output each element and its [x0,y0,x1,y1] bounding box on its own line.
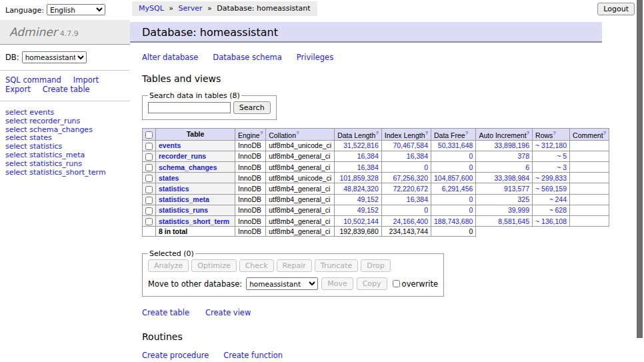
rows-link[interactable]: ~ 628 [549,206,567,214]
auto-increment-link[interactable]: 378 [518,152,530,160]
auto-increment-link[interactable]: 8,581,645 [498,217,529,225]
table-name-link[interactable]: recorder_runs [159,152,206,160]
data-free-link[interactable]: 6,291,456 [442,185,473,193]
row-checkbox[interactable] [145,207,153,215]
move-button[interactable]: Move [321,277,353,290]
create-function-link[interactable]: Create function [223,351,283,360]
index-length-link[interactable]: 70,467,584 [393,141,428,149]
overwrite-checkbox[interactable] [393,280,400,287]
index-length-link[interactable]: 0 [424,206,428,214]
column-help-link[interactable]: ? [425,130,428,136]
table-name-link[interactable]: schema_changes [159,163,217,171]
sidebar-select-states[interactable]: select states [5,133,52,142]
truncate-button[interactable]: Truncate [315,259,358,272]
auto-increment-link[interactable]: 39,999 [508,206,529,214]
data-free-link[interactable]: 0 [469,163,473,171]
data-length-link[interactable]: 101,859,328 [339,174,378,182]
nav-link-privileges[interactable]: Privileges [297,53,333,62]
rows-link[interactable]: ~ 136,108 [535,217,567,225]
data-free-link[interactable]: 104,857,600 [434,174,473,182]
rows-link[interactable]: ~ 5 [557,152,567,160]
create-view-link[interactable]: Create view [205,308,251,317]
index-length-link[interactable]: 16,384 [407,195,428,203]
data-free-link[interactable]: 0 [469,152,473,160]
sidebar-select-events[interactable]: select events [5,108,54,117]
data-free-link[interactable]: 0 [469,206,473,214]
data-length-link[interactable]: 16,384 [357,163,379,171]
column-help-link[interactable]: ? [260,130,263,136]
table-name-link[interactable]: statistics_short_term [159,217,229,225]
sidebar-select-statistics[interactable]: select statistics [5,142,62,151]
search-button[interactable]: Search [233,101,271,114]
table-name-link[interactable]: statistics [159,185,189,193]
sidebar-select-statistics_runs[interactable]: select statistics_runs [5,159,82,168]
auto-increment-link[interactable]: 913,577 [504,185,529,193]
breadcrumb-item[interactable]: Server [179,4,203,13]
create-procedure-link[interactable]: Create procedure [142,351,209,360]
row-checkbox[interactable] [145,164,153,171]
column-help-link[interactable]: ? [296,130,299,136]
copy-button[interactable]: Copy [357,277,387,290]
nav-link-alter-database[interactable]: Alter database [142,53,198,62]
sidebar-select-statistics_short_term[interactable]: select statistics_short_term [5,168,106,177]
language-select[interactable]: English [47,4,105,15]
row-checkbox[interactable] [145,153,153,161]
sidebar-select-recorder_runs[interactable]: select recorder_runs [5,117,80,125]
table-name-link[interactable]: events [159,141,181,149]
nav-link-database-schema[interactable]: Database schema [213,53,281,62]
vertical-scrollbar[interactable] [637,0,643,338]
row-checkbox[interactable] [145,218,153,225]
table-name-link[interactable]: statistics_meta [159,195,209,203]
analyze-button[interactable]: Analyze [148,259,189,272]
data-free-link[interactable]: 188,743,680 [434,217,473,225]
check-button[interactable]: Check [239,259,274,272]
db-select[interactable]: homeassistant [22,51,87,63]
sidebar-select-statistics_meta[interactable]: select statistics_meta [5,151,85,159]
column-help-link[interactable]: ? [603,130,606,136]
auto-increment-link[interactable]: 33,398,984 [494,174,529,182]
data-length-link[interactable]: 10,502,144 [343,217,379,225]
optimize-button[interactable]: Optimize [191,259,236,272]
data-length-link[interactable]: 16,384 [357,152,379,160]
row-checkbox[interactable] [145,143,153,150]
column-help-link[interactable]: ? [527,130,529,136]
sidebar-action-import[interactable]: Import [73,75,99,85]
column-help-link[interactable]: ? [375,130,378,136]
create-table-link[interactable]: Create table [142,308,189,317]
drop-button[interactable]: Drop [361,259,390,272]
sidebar-action-create-table[interactable]: Create table [43,85,90,94]
data-length-link[interactable]: 31,522,816 [343,141,379,149]
index-length-link[interactable]: 72,220,672 [393,185,428,193]
rows-link[interactable]: ~ 569,159 [535,185,567,193]
move-db-select[interactable]: homeassistant [246,277,318,290]
data-length-link[interactable]: 49,152 [357,195,379,203]
data-free-link[interactable]: 50,331,648 [438,141,473,149]
sidebar-action-export[interactable]: Export [5,85,31,94]
auto-increment-link[interactable]: 33,898,196 [494,141,529,149]
row-checkbox[interactable] [145,197,153,204]
data-length-link[interactable]: 48,824,320 [343,185,379,193]
breadcrumb-item[interactable]: MySQL [139,4,164,13]
table-name-link[interactable]: states [159,174,179,182]
adminer-logo-text[interactable]: Adminer [9,25,57,39]
row-checkbox[interactable] [145,186,153,193]
index-length-link[interactable]: 24,166,400 [393,217,428,225]
sidebar-select-schema_changes[interactable]: select schema_changes [5,125,93,134]
rows-link[interactable]: ~ 299,833 [535,174,567,182]
index-length-link[interactable]: 67,256,320 [393,174,428,182]
repair-button[interactable]: Repair [277,259,312,272]
row-checkbox[interactable] [145,175,153,182]
index-length-link[interactable]: 16,384 [407,152,428,160]
logout-button[interactable]: Logout [597,3,635,15]
auto-increment-link[interactable]: 325 [518,195,530,203]
select-all-checkbox[interactable] [145,131,153,139]
rows-link[interactable]: ~ 3 [557,163,567,171]
data-free-link[interactable]: 0 [469,195,473,203]
column-help-link[interactable]: ? [465,130,468,136]
rows-link[interactable]: ~ 312,180 [535,141,567,149]
data-length-link[interactable]: 49,152 [357,206,379,214]
auto-increment-link[interactable]: 6 [525,163,529,171]
rows-link[interactable]: ~ 244 [549,195,567,203]
index-length-link[interactable]: 0 [424,163,428,171]
table-name-link[interactable]: statistics_runs [159,206,208,214]
